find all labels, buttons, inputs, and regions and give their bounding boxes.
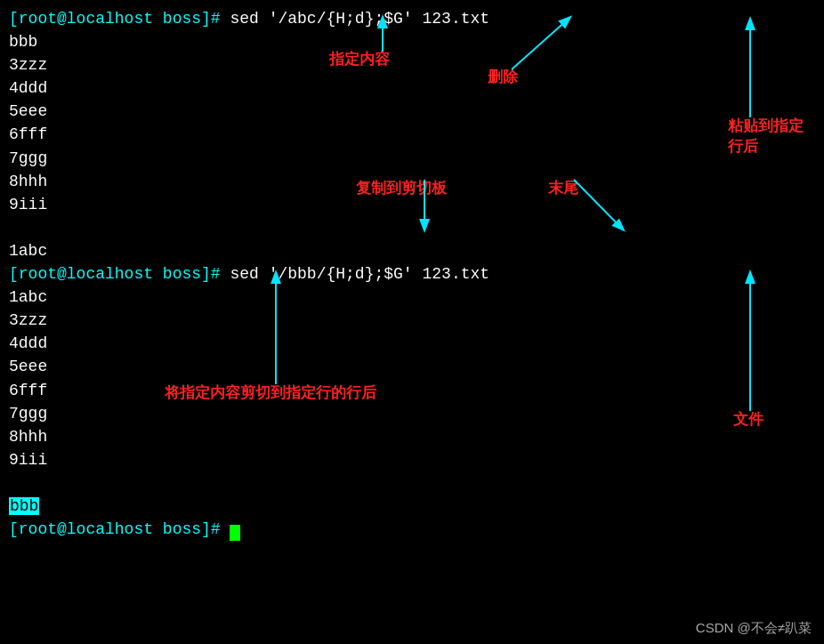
terminal-line-2: bbb	[9, 30, 815, 53]
output-7ggg2: 7ggg	[9, 405, 47, 423]
terminal-line-blank2	[9, 471, 815, 495]
prompt-1: [root@localhost boss]#	[9, 10, 221, 28]
terminal-line-3zzz2: 3zzz	[9, 309, 815, 332]
terminal: [root@localhost boss]# sed '/abc/{H;d};$…	[0, 0, 824, 644]
output-7ggg1: 7ggg	[9, 149, 47, 167]
terminal-line-5eee2: 5eee	[9, 355, 815, 378]
output-5eee1: 5eee	[9, 102, 47, 120]
terminal-line-9: 9iii	[9, 193, 815, 216]
output-3zzz2: 3zzz	[9, 311, 47, 329]
prompt-final: [root@localhost boss]#	[9, 520, 221, 538]
output-4ddd2: 4ddd	[9, 334, 47, 352]
output-9iii1: 9iii	[9, 196, 47, 213]
terminal-line-4ddd2: 4ddd	[9, 332, 815, 355]
terminal-line-4: 4ddd	[9, 76, 815, 100]
terminal-line-8hhh2: 8hhh	[9, 425, 815, 448]
terminal-line-highlight: bbb	[9, 495, 815, 518]
terminal-line-9iii2: 9iii	[9, 448, 815, 471]
output-8hhh2: 8hhh	[9, 428, 47, 446]
output-1abc2: 1abc	[9, 288, 47, 306]
terminal-line-7ggg2: 7ggg	[9, 402, 815, 425]
output-1abc1: 1abc	[9, 242, 47, 260]
output-bbb1: bbb	[9, 33, 37, 51]
terminal-line-7: 7ggg	[9, 147, 815, 170]
terminal-line-blank1	[9, 216, 815, 239]
output-9iii2: 9iii	[9, 451, 47, 469]
output-6fff1: 6fff	[9, 125, 47, 143]
cursor	[230, 525, 240, 541]
terminal-line-1abc2: 1abc	[9, 286, 815, 309]
output-8hhh1: 8hhh	[9, 173, 47, 190]
watermark: CSDN @不会≠趴菜	[696, 620, 812, 637]
terminal-line-1abc1: 1abc	[9, 239, 815, 262]
output-5eee2: 5eee	[9, 358, 47, 375]
cmd-1: sed '/abc/{H;d};$G' 123.txt	[221, 10, 489, 28]
terminal-line-final: [root@localhost boss]#	[9, 518, 815, 541]
terminal-line-1: [root@localhost boss]# sed '/abc/{H;d};$…	[9, 7, 815, 30]
terminal-line-3: 3zzz	[9, 53, 815, 76]
prompt-2: [root@localhost boss]#	[9, 265, 221, 283]
output-3zzz1: 3zzz	[9, 56, 47, 74]
highlighted-bbb: bbb	[9, 497, 39, 515]
prompt-space	[221, 520, 230, 538]
terminal-line-8: 8hhh	[9, 170, 815, 193]
terminal-line-5: 5eee	[9, 100, 815, 123]
terminal-line-6: 6fff	[9, 123, 815, 146]
terminal-line-6fff2: 6fff	[9, 379, 815, 402]
output-6fff2: 6fff	[9, 382, 47, 399]
terminal-line-cmd2: [root@localhost boss]# sed '/bbb/{H;d};$…	[9, 262, 815, 286]
cmd-2: sed '/bbb/{H;d};$G' 123.txt	[221, 265, 489, 283]
output-4ddd1: 4ddd	[9, 79, 47, 97]
